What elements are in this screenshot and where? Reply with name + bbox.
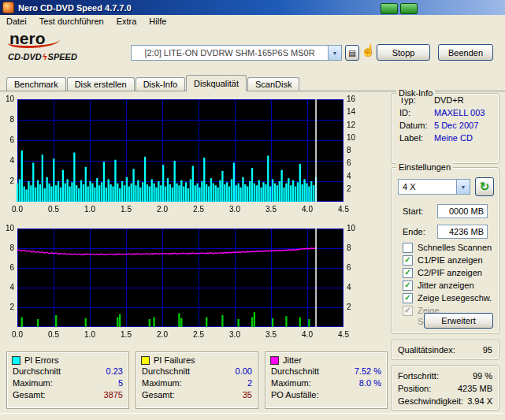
jitter-stats: Jitter Durchschnitt7.52 % Maximum:8.0 % …	[265, 351, 388, 409]
position-value: 4235 MB	[458, 382, 492, 395]
chevron-down-icon[interactable]: ▼	[328, 46, 341, 60]
cdspeed-logo: CD-DVDϟSPEED	[8, 52, 77, 61]
progress-label: Fortschritt:	[398, 370, 439, 382]
checkbox-box: ✓	[403, 306, 413, 316]
disk-date-value: 5 Dec 2007	[434, 119, 478, 132]
disk-info-title: Disk-Info	[396, 88, 435, 98]
disk-type-value: DVD+R	[434, 94, 464, 106]
end-input[interactable]	[437, 225, 488, 239]
checkbox-box: ✓	[403, 281, 413, 291]
stat-label: Durchschnitt	[271, 366, 319, 377]
position-label: Position:	[398, 382, 431, 395]
quality-index-value: 95	[483, 345, 492, 355]
checkbox-box	[403, 243, 413, 253]
disk-id-label: ID:	[399, 106, 434, 119]
settings-group: Einstellungen 4 X ▼ ↻ Start: Ende: Schne…	[391, 167, 499, 334]
stat-value: 2	[247, 377, 252, 389]
checkbox-label: C1/PIE anzeigen	[418, 255, 483, 266]
stat-label: Maximum:	[142, 377, 182, 389]
checkbox-label: Jitter anzeigen	[418, 280, 474, 291]
checkbox-c1-pie[interactable]: ✓C1/PIE anzeigen	[403, 255, 483, 266]
stat-value: 0.00	[236, 366, 252, 377]
start-label: Start:	[403, 206, 437, 216]
menu-bar: Datei Test durchführen Extra Hilfe	[0, 15, 505, 28]
checkbox-label: Schnelles Scannen	[418, 242, 492, 253]
eject-button[interactable]: ▤	[345, 45, 359, 61]
jitter-pif-chart	[3, 225, 366, 343]
tab-disk-info[interactable]: Disk-Info	[136, 77, 185, 91]
stat-value: 35	[243, 389, 252, 401]
quality-index-label: Qualitätsindex:	[398, 345, 455, 355]
stat-value: 3875	[104, 389, 123, 401]
tab-diskqualitaet[interactable]: Diskqualität	[186, 75, 247, 91]
stat-label: Gesamt:	[142, 389, 175, 401]
checkbox-box: ✓	[403, 255, 413, 266]
disk-label-value: Meine CD	[434, 132, 473, 144]
end-label: Ende:	[403, 227, 437, 236]
tab-scandisk[interactable]: ScanDisk	[247, 77, 299, 91]
pi-errors-swatch	[12, 356, 20, 365]
speed-select[interactable]: 4 X ▼	[398, 179, 470, 195]
refresh-icon: ↻	[480, 180, 490, 194]
progress-panel: Fortschritt:99 % Position:4235 MB Geschw…	[391, 365, 499, 411]
refresh-button[interactable]: ↻	[475, 177, 494, 196]
app-window: Nero CD-DVD Speed 4.7.7.0 Datei Test dur…	[0, 0, 505, 420]
settings-title: Einstellungen	[396, 162, 453, 172]
checkbox-label: C2/PIF anzeigen	[418, 267, 482, 278]
tray-icon: ▤	[348, 49, 355, 58]
pi-failures-stats: PI Failures Durchschnitt0.00 Maximum:2 G…	[136, 351, 258, 409]
checkbox-schnelles-scannen[interactable]: Schnelles Scannen	[403, 242, 492, 253]
window-title: Nero CD-DVD Speed 4.7.7.0	[18, 3, 132, 13]
pi-errors-stats: PI Errors Durchschnitt0.23 Maximum:5 Ges…	[6, 351, 129, 409]
drive-select-value: [2:0] LITE-ON DVDRW SHM-165P6S MS0R	[132, 48, 328, 58]
close-button[interactable]	[400, 3, 418, 14]
stat-label: Durchschnitt	[13, 366, 61, 377]
logo-cd-text: CD-DVD	[8, 52, 42, 61]
checkbox-jitter[interactable]: ✓Jitter anzeigen	[403, 280, 474, 291]
app-icon	[2, 2, 14, 13]
checkbox-box: ✓	[403, 268, 413, 278]
title-bar: Nero CD-DVD Speed 4.7.7.0	[0, 0, 505, 15]
drive-select[interactable]: [2:0] LITE-ON DVDRW SHM-165P6S MS0R ▼	[131, 45, 342, 61]
logo-speed-text: SPEED	[48, 52, 77, 61]
stat-value: 5	[118, 377, 123, 389]
stat-value: 7.52 %	[355, 366, 381, 377]
disk-date-label: Datum:	[399, 119, 434, 132]
disk-label-label: Label:	[399, 132, 434, 144]
nero-logo: nero	[9, 32, 46, 46]
menu-extra[interactable]: Extra	[110, 15, 143, 28]
disk-id-value: MAXELL 003	[434, 106, 485, 119]
pi-errors-stats-title: PI Errors	[24, 355, 58, 365]
quality-index-panel: Qualitätsindex: 95	[391, 340, 499, 360]
start-input[interactable]	[437, 204, 488, 218]
exit-button[interactable]: Beenden	[438, 44, 493, 61]
lightning-icon: ϟ	[42, 52, 48, 61]
stat-value: 8.0 %	[359, 377, 381, 389]
checkbox-lesegeschw[interactable]: ✓Zeige Lesegeschw.	[403, 292, 492, 303]
checkbox-label: Zeige Lesegeschw.	[418, 292, 492, 303]
tab-disk-erstellen[interactable]: Disk erstellen	[67, 77, 135, 91]
stat-label: Durchschnitt	[142, 366, 190, 377]
stat-value: 0.23	[106, 366, 123, 377]
checkbox-c2-pif[interactable]: ✓C2/PIF anzeigen	[403, 267, 482, 278]
menu-datei[interactable]: Datei	[0, 15, 33, 28]
disk-info-group: Disk-Info Typ:DVD+R ID:MAXELL 003 Datum:…	[391, 93, 499, 164]
stat-label: PO Ausfälle:	[271, 389, 319, 401]
stat-label: Maximum:	[271, 377, 311, 389]
speed-value: 3.94 X	[467, 395, 492, 407]
menu-hilfe[interactable]: Hilfe	[143, 15, 173, 28]
advanced-button[interactable]: Erweitert	[424, 313, 493, 329]
pi-errors-chart	[3, 95, 366, 217]
stat-label: Gesamt:	[13, 389, 46, 401]
menu-test-durchfuehren[interactable]: Test durchführen	[33, 15, 110, 28]
chevron-down-icon[interactable]: ▼	[456, 180, 470, 194]
stop-button[interactable]: Stopp	[377, 44, 430, 61]
speed-label: Geschwindigkeit:	[398, 395, 463, 407]
pi-failures-swatch	[141, 356, 150, 365]
minimize-button[interactable]	[381, 3, 398, 14]
stat-label: Maximum:	[13, 377, 53, 389]
checkbox-box: ✓	[403, 293, 413, 303]
progress-value: 99 %	[473, 370, 492, 382]
pi-failures-stats-title: PI Failures	[154, 355, 195, 365]
tab-benchmark[interactable]: Benchmark	[6, 77, 66, 91]
